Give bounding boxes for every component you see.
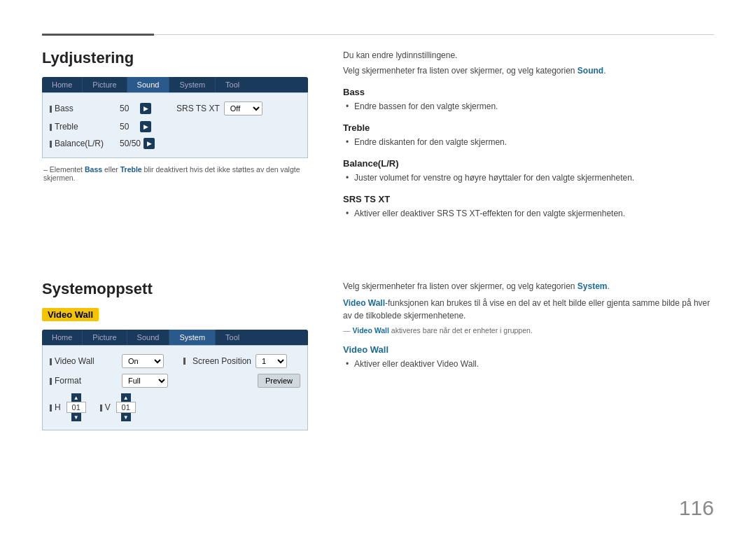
bass-label: Bass — [50, 104, 120, 113]
systemoppsett-title: Systemoppsett — [42, 280, 308, 298]
format-label: Format — [50, 376, 116, 386]
videowall-link1: Video Wall — [343, 298, 385, 308]
tab-picture[interactable]: Picture — [83, 77, 127, 92]
page-number: 116 — [679, 496, 714, 520]
tab-home[interactable]: Home — [42, 77, 83, 92]
bass-arrow[interactable]: ▶ — [140, 103, 151, 114]
systemoppsett-section: Systemoppsett Video Wall Home Picture So… — [42, 280, 308, 430]
videowall-note-link: Video Wall — [352, 326, 389, 335]
videowall-select[interactable]: On Off — [122, 354, 164, 368]
top-line-light — [154, 34, 714, 35]
bass-number: 50 — [120, 104, 137, 113]
format-row: Format Full Natural Preview — [50, 371, 300, 391]
bass-desc: Endre bassen for den valgte skjermen. — [343, 100, 714, 113]
sound-nav-tabs: Home Picture Sound System Tool — [42, 77, 308, 92]
srs-dropdown[interactable]: Off On — [224, 101, 262, 115]
top-line — [42, 34, 714, 36]
h-value: 01 — [66, 402, 86, 413]
screen-position-select[interactable]: 1 2 3 4 — [255, 354, 287, 368]
sys-tab-home[interactable]: Home — [42, 330, 83, 345]
sys-tab-system[interactable]: System — [169, 330, 216, 345]
balance-row: Balance(L/R) 50/50 ▶ — [50, 135, 300, 152]
treble-label: Treble — [50, 122, 120, 132]
videowall-section-title: Video Wall — [343, 344, 714, 355]
v-down-btn[interactable]: ▼ — [121, 413, 131, 421]
lydjustering-title: Lydjustering — [42, 49, 308, 67]
sound-desc1: Du kan endre lydinnstillingene. — [343, 49, 714, 62]
bass-section-title: Bass — [343, 87, 714, 97]
v-up-btn[interactable]: ▲ — [121, 393, 131, 402]
system-nav-tabs: Home Picture Sound System Tool — [42, 330, 308, 345]
bass-row: Bass 50 ▶ SRS TS XT Off On — [50, 99, 300, 118]
h-spinner: ▲ 01 ▼ — [66, 393, 86, 421]
balance-section-title: Balance(L/R) — [343, 158, 714, 169]
balance-number: 50/50 — [120, 139, 141, 148]
treble-arrow[interactable]: ▶ — [140, 121, 151, 132]
sound-desc2: Velg skjermenheter fra listen over skjer… — [343, 64, 714, 77]
h-down-btn[interactable]: ▼ — [71, 413, 81, 421]
system-descriptions: Velg skjermenheter fra listen over skjer… — [343, 280, 714, 370]
videowall-note: Video Wall aktiveres bare når det er enh… — [343, 326, 714, 335]
sound-settings-panel: Bass 50 ▶ SRS TS XT Off On Treble 50 — [42, 92, 308, 158]
treble-row: Treble 50 ▶ — [50, 118, 300, 135]
srs-link: SRS TS XT — [437, 209, 479, 218]
srs-label: SRS TS XT — [176, 104, 220, 113]
format-select[interactable]: Full Natural — [122, 374, 168, 388]
srs-control: SRS TS XT Off On — [172, 101, 262, 115]
balance-arrow[interactable]: ▶ — [144, 138, 155, 149]
lydjustering-section: Lydjustering Home Picture Sound System T… — [42, 49, 308, 182]
sys-tab-tool[interactable]: Tool — [216, 330, 249, 345]
videowall-row: Video Wall On Off Screen Position 1 2 3 … — [50, 351, 300, 371]
h-up-btn[interactable]: ▲ — [71, 393, 81, 402]
sound-link: Sound — [578, 66, 603, 76]
sys-tab-sound[interactable]: Sound — [127, 330, 170, 345]
screen-position-control: Screen Position 1 2 3 4 — [183, 354, 287, 368]
format-control: Full Natural — [122, 374, 168, 388]
hv-row: H ▲ 01 ▼ V ▲ 01 ▼ — [50, 391, 300, 424]
srs-desc: Aktiver eller deaktiver SRS TS XT-effekt… — [343, 207, 714, 220]
v-spinner: ▲ 01 ▼ — [116, 393, 136, 421]
balance-label: Balance(L/R) — [50, 139, 120, 148]
video-wall-badge: Video Wall — [42, 308, 99, 321]
treble-value: 50 ▶ — [120, 121, 151, 132]
h-label: H — [50, 402, 61, 412]
system-desc2: Video Wall-funksjonen kan brukes til å v… — [343, 297, 714, 322]
balance-value: 50/50 ▶ — [120, 138, 155, 149]
sound-note: – Elementet Bass eller Treble blir deakt… — [42, 165, 308, 182]
videowall-control: On Off — [122, 354, 164, 368]
videowall-desc: Aktiver eller deaktiver Video Wall. — [343, 358, 714, 370]
tab-system[interactable]: System — [169, 77, 216, 92]
preview-control: Preview — [258, 374, 300, 388]
v-value: 01 — [116, 402, 136, 413]
srs-section-title: SRS TS XT — [343, 194, 714, 204]
balance-desc: Juster volumet for venstre og høyre høyt… — [343, 171, 714, 184]
tab-tool[interactable]: Tool — [216, 77, 249, 92]
system-link: System — [578, 281, 608, 291]
top-line-dark — [42, 34, 154, 36]
sys-tab-picture[interactable]: Picture — [83, 330, 127, 345]
system-desc1: Velg skjermenheter fra listen over skjer… — [343, 280, 714, 293]
system-settings-panel: Video Wall On Off Screen Position 1 2 3 … — [42, 345, 308, 430]
treble-section-title: Treble — [343, 122, 714, 133]
treble-desc: Endre diskanten for den valgte skjermen. — [343, 136, 714, 148]
treble-number: 50 — [120, 122, 137, 132]
sound-descriptions: Du kan endre lydinnstillingene. Velg skj… — [343, 49, 714, 220]
videowall-bullet-link: Video Wall — [437, 359, 477, 369]
tab-sound[interactable]: Sound — [127, 77, 170, 92]
bass-value: 50 ▶ — [120, 103, 151, 114]
screen-position-label: Screen Position — [192, 356, 251, 366]
preview-button[interactable]: Preview — [258, 374, 300, 388]
videowall-label: Video Wall — [50, 356, 116, 366]
v-label: V — [100, 402, 111, 412]
